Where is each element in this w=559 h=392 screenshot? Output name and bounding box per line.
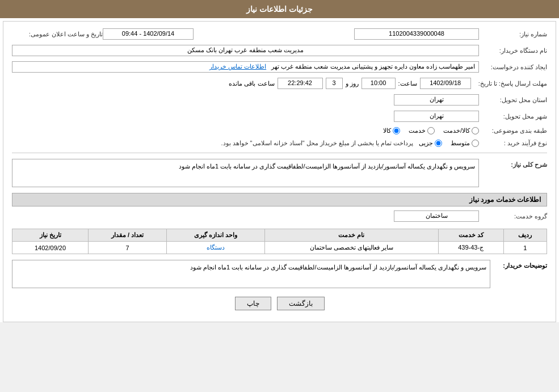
announce-label: تاریخ و ساعت اعلان عمومی: bbox=[12, 31, 103, 38]
deadline-time-label: ساعت: bbox=[398, 80, 417, 87]
creator-contact-link[interactable]: اطلاعات تماس خریدار bbox=[209, 63, 266, 70]
province-label: استان محل تحویل: bbox=[479, 96, 547, 104]
col-date: تاریخ نیاز bbox=[12, 229, 89, 242]
purchase-type-radio-group: متوسط جزیی bbox=[419, 140, 479, 147]
cell-name: سایر فعالیتهای تخصصی ساختمان bbox=[265, 242, 438, 254]
print-button[interactable]: چاپ bbox=[235, 297, 271, 310]
category-radio-group: کالا/خدمت خدمت کالا bbox=[383, 127, 479, 134]
label-khedmat: خدمت bbox=[409, 127, 426, 134]
radio-jozi[interactable] bbox=[435, 140, 442, 147]
button-row: بازگشت چاپ bbox=[12, 297, 547, 310]
radio-kala[interactable] bbox=[393, 127, 400, 134]
need-desc-value: سرویس و نگهداری یکساله آسانسور/بازدید از… bbox=[12, 159, 479, 187]
col-qty: تعداد / مقدار bbox=[89, 229, 167, 242]
back-button[interactable]: بازگشت bbox=[277, 297, 325, 310]
need-number-label: شماره نیاز: bbox=[479, 31, 547, 38]
deadline-days-label: روز و bbox=[346, 80, 359, 87]
need-desc-label: شرح کلی نیاز: bbox=[479, 159, 547, 168]
announce-value: 1402/09/14 - 09:44 bbox=[103, 28, 194, 40]
label-motavaset: متوسط bbox=[451, 140, 470, 147]
category-option-kala: کالا bbox=[383, 127, 400, 134]
deadline-date: 1402/09/18 bbox=[420, 78, 471, 89]
radio-motavaset[interactable] bbox=[472, 140, 479, 147]
deadline-remaining: 22:29:42 bbox=[278, 78, 323, 89]
cell-qty: 7 bbox=[89, 242, 167, 254]
buyer-comments-label: توضیحات خریدار: bbox=[490, 260, 547, 269]
table-row: 1ج-43-439سایر فعالیتهای تخصصی ساختماندست… bbox=[12, 242, 547, 254]
deadline-time: 10:00 bbox=[362, 78, 396, 89]
creator-value: امیر طهماسب زاده معاون دایره تجهیز و پشت… bbox=[12, 61, 479, 73]
deadline-label: مهلت ارسال پاسخ: تا تاریخ: bbox=[474, 80, 547, 87]
cell-date: 1402/09/20 bbox=[12, 242, 89, 254]
city-value: تهران bbox=[394, 111, 479, 122]
buyer-comments-value: سرویس و نگهداری یکساله آسانسور/بازدید از… bbox=[12, 260, 490, 288]
creator-label: ایجاد کننده درخواست: bbox=[479, 64, 547, 71]
label-kala-khedmat: کالا/خدمت bbox=[443, 127, 470, 134]
province-value: تهران bbox=[394, 94, 479, 106]
need-number-value: 1102004339000048 bbox=[354, 28, 479, 40]
deadline-remaining-label: ساعت باقی مانده bbox=[229, 80, 274, 87]
col-name: نام خدمت bbox=[265, 229, 438, 242]
col-row: ردیف bbox=[503, 229, 547, 242]
category-option-kala-khedmat: کالا/خدمت bbox=[443, 127, 479, 134]
purchase-option-jozi: جزیی bbox=[419, 140, 442, 147]
buyer-value: مدیریت شعب منطقه غرب تهران بانک مسکن bbox=[12, 45, 479, 56]
service-group-value: ساختمان bbox=[394, 210, 479, 222]
radio-khedmat[interactable] bbox=[427, 127, 435, 134]
radio-kala-khedmat[interactable] bbox=[472, 127, 479, 134]
service-group-label: گروه خدمت: bbox=[479, 213, 547, 220]
cell-unit: دستگاه bbox=[167, 242, 265, 254]
purchase-option-motavaset: متوسط bbox=[451, 140, 479, 147]
buyer-label: نام دستگاه خریدار: bbox=[479, 47, 547, 54]
label-kala: کالا bbox=[383, 127, 391, 134]
category-label: طبقه بندی موضوعی: bbox=[479, 127, 547, 134]
label-jozi: جزیی bbox=[419, 140, 433, 147]
deadline-days: 3 bbox=[326, 78, 343, 89]
purchase-type-label: نوع فرآیند خرید : bbox=[479, 140, 547, 147]
col-code: کد خدمت bbox=[438, 229, 503, 242]
services-table-section: ردیف کد خدمت نام خدمت واحد اندازه گیری ت… bbox=[12, 229, 547, 254]
services-section-title: اطلاعات خدمات مورد نیاز bbox=[12, 193, 547, 206]
cell-code: ج-43-439 bbox=[438, 242, 503, 254]
purchase-note: پرداخت تمام یا بخشی از مبلغ خریداز محل "… bbox=[221, 140, 413, 147]
creator-text: امیر طهماسب زاده معاون دایره تجهیز و پشت… bbox=[271, 63, 475, 70]
category-option-khedmat: خدمت bbox=[409, 127, 435, 134]
page-header: جزئیات اطلاعات نیاز bbox=[0, 0, 559, 18]
page-title: جزئیات اطلاعات نیاز bbox=[246, 5, 313, 14]
col-unit: واحد اندازه گیری bbox=[167, 229, 265, 242]
city-label: شهر محل تحویل: bbox=[479, 113, 547, 120]
cell-row: 1 bbox=[503, 242, 547, 254]
services-table: ردیف کد خدمت نام خدمت واحد اندازه گیری ت… bbox=[12, 229, 547, 254]
